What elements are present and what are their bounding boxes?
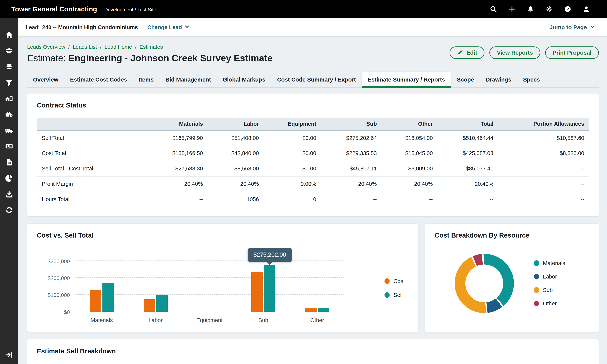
- cell-value: $425,387.03: [438, 146, 498, 161]
- sidebar-item-people[interactable]: [0, 43, 18, 59]
- sidebar-item-truck[interactable]: [0, 122, 18, 138]
- y-tick-label: $100,000: [48, 292, 70, 298]
- table-row: Hours Total--10560--------: [37, 192, 589, 207]
- bell-icon[interactable]: [527, 5, 535, 13]
- search-icon[interactable]: [489, 5, 497, 13]
- help-icon[interactable]: ?: [564, 5, 572, 13]
- sidebar-item-id-card[interactable]: [0, 138, 18, 154]
- edit-button[interactable]: Edit: [449, 46, 485, 59]
- breadcrumb-separator: /: [68, 44, 70, 50]
- cost-breakdown-title: Cost Breakdown By Resource: [425, 223, 599, 246]
- cost-breakdown-card: Cost Breakdown By Resource MaterialsLabo…: [425, 223, 599, 332]
- column-header: Labor: [208, 118, 264, 130]
- top-nav-bar: Tower General Contracting Development / …: [0, 0, 607, 18]
- cell-value: 1056: [208, 192, 264, 207]
- legend-dot: [534, 287, 539, 293]
- breadcrumb-separator: /: [100, 44, 102, 50]
- tab-specs[interactable]: Specs: [517, 72, 546, 87]
- topbar-icons: ?: [489, 5, 590, 13]
- view-reports-button[interactable]: View Reports: [489, 46, 540, 59]
- donut-legend-item-materials: Materials: [534, 260, 565, 266]
- table-row: Sell Total$165,799.90$51,408.00$0.00$275…: [37, 130, 589, 146]
- tab-bar: OverviewEstimate Cost CodesItemsBid Mana…: [27, 72, 599, 88]
- contract-status-title: Contract Status: [27, 93, 599, 116]
- cell-value: --: [147, 192, 208, 207]
- sidebar-items: [0, 27, 18, 218]
- donut-legend: MaterialsLaborSubOther: [534, 260, 565, 307]
- tab-estimate-cost-codes[interactable]: Estimate Cost Codes: [64, 72, 133, 87]
- table-row: Profit Margin20.40%20.40%0.00%20.40%20.4…: [37, 176, 589, 192]
- estimate-sell-breakdown-card: Estimate Sell Breakdown: [27, 339, 599, 364]
- bar-group-other: [290, 252, 344, 312]
- column-header: Materials: [147, 118, 208, 130]
- lead-value: 240 -- Mountain High Condominiums: [42, 24, 138, 30]
- y-tick-label: $0: [64, 309, 70, 315]
- breadcrumb-link-estimates[interactable]: Estimates: [140, 44, 163, 50]
- x-tick-label: Sub: [236, 317, 290, 324]
- bar-cost-labor: [144, 299, 155, 312]
- breadcrumb-link-leads-overview[interactable]: Leads Overview: [27, 44, 65, 50]
- breadcrumb-link-lead-home[interactable]: Lead Home: [105, 44, 132, 50]
- lead-label: Lead:: [26, 24, 40, 30]
- cell-value: 20.40%: [321, 176, 382, 192]
- tab-items[interactable]: Items: [133, 72, 159, 87]
- legend-dot: [384, 278, 390, 284]
- tab-drawings[interactable]: Drawings: [480, 72, 517, 87]
- sidebar-item-spreadsheet[interactable]: [0, 154, 18, 170]
- bar-cost-other: [305, 308, 317, 312]
- bar-group-materials: [75, 252, 129, 312]
- sidebar-item-download[interactable]: [0, 186, 18, 202]
- column-header: Equipment: [264, 118, 321, 130]
- svg-text:?: ?: [567, 7, 569, 11]
- cell-value: --: [498, 176, 589, 192]
- company-name: Tower General Contracting: [11, 5, 97, 13]
- sidebar-item-pie-chart[interactable]: [0, 170, 18, 186]
- sidebar-item-properties[interactable]: [0, 91, 18, 106]
- cell-value: 0.00%: [264, 176, 321, 192]
- jump-to-page-button[interactable]: Jump to Page: [550, 24, 595, 31]
- tab-estimate-summary-reports[interactable]: Estimate Summary / Reports: [362, 72, 451, 87]
- bar-sell-materials: [102, 283, 114, 312]
- legend-dot: [534, 260, 539, 266]
- donut-legend-item-sub: Sub: [534, 287, 565, 293]
- brand: Tower General Contracting Development / …: [11, 5, 156, 13]
- environment-label: Development / Test Site: [104, 7, 156, 13]
- change-lead-button[interactable]: Change Lead: [147, 24, 190, 31]
- tab-scope[interactable]: Scope: [451, 72, 480, 87]
- sidebar-collapse-button[interactable]: [0, 349, 18, 361]
- cell-value: $3,009.00: [382, 161, 438, 176]
- sidebar-item-sync[interactable]: [0, 202, 18, 218]
- cell-value: $45,867.11: [321, 161, 382, 176]
- sidebar-item-home[interactable]: [0, 27, 18, 43]
- contract-status-card: Contract Status MaterialsLaborEquipmentS…: [27, 93, 599, 217]
- sidebar-item-filter[interactable]: [0, 75, 18, 91]
- bar-sell-labor: [156, 295, 168, 312]
- cell-value: --: [498, 192, 589, 207]
- user-icon[interactable]: [582, 5, 590, 13]
- tab-overview[interactable]: Overview: [27, 72, 64, 87]
- table-row: Cost Total$138,166.50$42,840.00$0.00$229…: [37, 146, 589, 161]
- sidebar-item-job-time[interactable]: [0, 106, 18, 122]
- tab-bid-management[interactable]: Bid Management: [159, 72, 217, 87]
- cell-value: 0: [264, 192, 321, 207]
- page-title-name: Engineering - Johnson Creek Survey Estim…: [68, 53, 273, 63]
- breadcrumb-link-leads-list[interactable]: Leads List: [73, 44, 97, 50]
- gear-icon[interactable]: [545, 5, 553, 13]
- bar-cost-sub: [251, 272, 263, 312]
- print-proposal-button[interactable]: Print Proposal: [545, 46, 599, 59]
- sidebar-item-coins[interactable]: [0, 59, 18, 75]
- x-tick-label: Materials: [75, 317, 129, 324]
- pencil-icon: [457, 49, 463, 57]
- legend-label: Other: [543, 300, 557, 307]
- view-reports-label: View Reports: [497, 50, 533, 56]
- page-title-prefix: Estimate:: [27, 53, 66, 63]
- cell-value: $42,840.00: [208, 146, 264, 161]
- plus-icon[interactable]: [508, 5, 516, 13]
- bar-sell-sub: [264, 265, 276, 312]
- tab-cost-code-summary-export[interactable]: Cost Code Summary / Export: [271, 72, 362, 87]
- chevron-down-icon: [590, 24, 595, 31]
- column-header: Sub: [321, 118, 382, 130]
- tab-global-markups[interactable]: Global Markups: [217, 72, 271, 87]
- cell-value: $0.00: [264, 146, 321, 161]
- legend-label: Materials: [543, 260, 565, 266]
